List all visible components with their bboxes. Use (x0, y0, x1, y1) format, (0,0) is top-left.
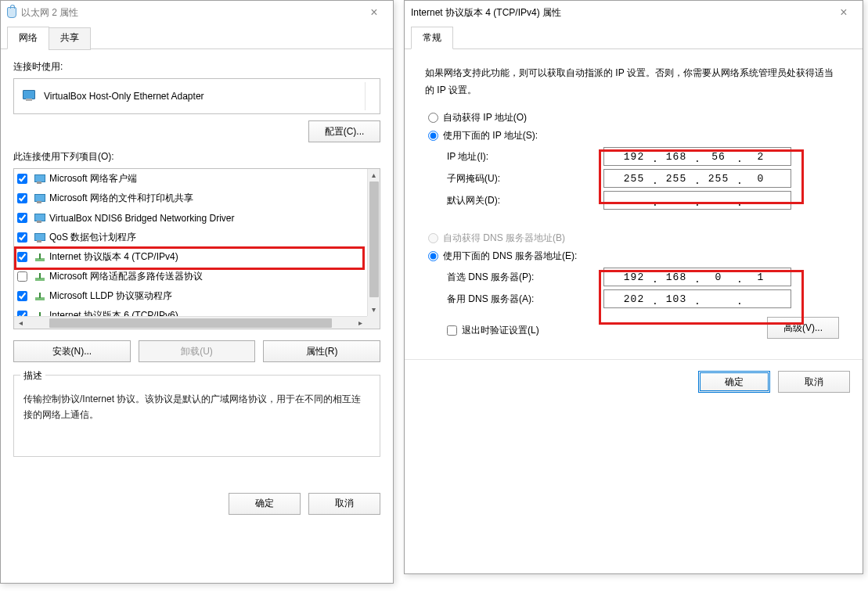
dns2-input[interactable]: 202.103.. (603, 289, 791, 308)
subnet-mask-row: 子网掩码(U): 255.255.255.0 (447, 169, 842, 188)
uninstall-button: 卸载(U) (139, 340, 256, 362)
scroll-thumb[interactable] (369, 181, 379, 297)
gateway-input[interactable]: ... (603, 191, 791, 210)
service-checkbox[interactable] (17, 213, 27, 223)
ip-octet[interactable]: 0 (743, 173, 779, 185)
ip-octet[interactable]: 255 (701, 173, 737, 185)
info-text: 如果网络支持此功能，则可以获取自动指派的 IP 设置。否则，你需要从网络系统管理… (425, 65, 842, 99)
services-listbox[interactable]: Microsoft 网络客户端Microsoft 网络的文件和打印机共享Virt… (13, 168, 380, 329)
service-checkbox[interactable] (17, 193, 27, 203)
tab-general[interactable]: 常规 (411, 27, 453, 49)
dialog-title: Internet 协议版本 4 (TCP/IPv4) 属性 (411, 6, 561, 20)
dns2-label: 备用 DNS 服务器(A): (447, 293, 603, 306)
tab-network[interactable]: 网络 (7, 27, 49, 49)
list-item[interactable]: QoS 数据包计划程序 (14, 228, 367, 247)
ip-octet[interactable]: 202 (616, 293, 652, 305)
advanced-button[interactable]: 高级(V)... (767, 317, 839, 339)
service-label: Microsoft 网络客户端 (49, 172, 137, 185)
tabstrip: 网络 共享 (1, 26, 393, 49)
titlebar: 以太网 2 属性 × (1, 1, 393, 24)
ip-octet[interactable]: 0 (701, 271, 737, 283)
radio-manual-ip[interactable]: 使用下面的 IP 地址(S): (428, 129, 842, 142)
ip-address-row: IP 地址(I): 192.168.56.2 (447, 147, 842, 166)
service-checkbox[interactable] (17, 291, 27, 301)
list-item[interactable]: Microsoft 网络的文件和打印机共享 (14, 189, 367, 208)
dns1-input[interactable]: 192.168.0.1 (603, 268, 791, 286)
scroll-down-icon[interactable]: ▾ (372, 304, 376, 316)
properties-button[interactable]: 属性(R) (263, 340, 380, 362)
ip-address-input[interactable]: 192.168.56.2 (603, 147, 791, 166)
hscroll-thumb[interactable] (49, 318, 332, 328)
service-label: Microsoft 网络适配器多路传送器协议 (49, 270, 203, 283)
gateway-label: 默认网关(D): (447, 194, 603, 207)
ok-button[interactable]: 确定 (229, 493, 301, 515)
ip-octet[interactable]: 103 (658, 293, 694, 305)
protocol-icon (34, 311, 46, 317)
titlebar: Internet 协议版本 4 (TCP/IPv4) 属性 × (405, 1, 863, 24)
client-icon (34, 193, 46, 204)
service-label: Internet 协议版本 6 (TCP/IPv6) (49, 309, 178, 316)
radio-auto-ip[interactable]: 自动获得 IP 地址(O) (428, 111, 842, 124)
list-item[interactable]: Internet 协议版本 6 (TCP/IPv6) (14, 306, 367, 316)
ip-octet[interactable]: 56 (701, 151, 737, 163)
close-icon[interactable]: × (828, 5, 859, 20)
scroll-right-icon[interactable]: ▸ (355, 318, 367, 327)
client-icon (34, 213, 46, 224)
cancel-button[interactable]: 取消 (308, 493, 380, 515)
description-group: 描述 传输控制协议/Internet 协议。该协议是默认的广域网络协议，用于在不… (13, 375, 380, 457)
ethernet-icon (7, 7, 16, 18)
ethernet-properties-dialog: 以太网 2 属性 × 网络 共享 连接时使用: VirtualBox Host-… (0, 0, 394, 584)
radio-auto-dns: 自动获得 DNS 服务器地址(B) (428, 232, 842, 245)
install-button[interactable]: 安装(N)... (13, 340, 131, 362)
ip-octet[interactable]: 1 (743, 271, 779, 283)
validate-checkbox[interactable] (447, 325, 457, 336)
radio-manual-dns[interactable]: 使用下面的 DNS 服务器地址(E): (428, 250, 842, 263)
ok-button[interactable]: 确定 (698, 371, 770, 393)
service-label: VirtualBox NDIS6 Bridged Networking Driv… (49, 213, 235, 224)
list-item[interactable]: Internet 协议版本 4 (TCP/IPv4) (14, 247, 367, 267)
validate-label: 退出时验证设置(L) (462, 324, 539, 337)
service-checkbox[interactable] (17, 174, 27, 184)
list-item[interactable]: VirtualBox NDIS6 Bridged Networking Driv… (14, 208, 367, 228)
adapter-display: VirtualBox Host-Only Ethernet Adapter (13, 78, 380, 114)
list-item[interactable]: Microsoft 网络适配器多路传送器协议 (14, 267, 367, 286)
client-icon (34, 232, 46, 243)
service-label: Microsoft 网络的文件和打印机共享 (49, 192, 193, 205)
tab-sharing[interactable]: 共享 (49, 27, 91, 50)
cancel-button[interactable]: 取消 (778, 371, 850, 393)
configure-button[interactable]: 配置(C)... (308, 120, 380, 142)
list-item[interactable]: Microsoft LLDP 协议驱动程序 (14, 286, 367, 306)
adapter-name: VirtualBox Host-Only Ethernet Adapter (44, 91, 204, 102)
dialog-title: 以太网 2 属性 (21, 6, 78, 20)
ip-octet[interactable]: 192 (616, 151, 652, 163)
scroll-up-icon[interactable]: ▴ (372, 169, 376, 181)
scroll-left-icon[interactable]: ◂ (14, 318, 27, 327)
items-label: 此连接使用下列项目(O): (13, 150, 380, 164)
list-item[interactable]: Microsoft 网络客户端 (14, 169, 367, 189)
service-checkbox[interactable] (17, 311, 27, 316)
protocol-icon (34, 252, 46, 263)
ip-octet[interactable]: 168 (658, 151, 694, 163)
service-checkbox[interactable] (17, 252, 27, 262)
client-icon (34, 174, 46, 185)
description-legend: 描述 (20, 369, 45, 383)
ip-octet[interactable]: 255 (658, 173, 694, 185)
protocol-icon (34, 271, 46, 282)
gateway-row: 默认网关(D): ... (447, 191, 842, 210)
ip-octet[interactable]: 192 (616, 271, 652, 283)
vertical-scrollbar[interactable]: ▴ ▾ (367, 169, 380, 316)
ip-octet[interactable]: 168 (658, 271, 694, 283)
tcpipv4-properties-dialog: Internet 协议版本 4 (TCP/IPv4) 属性 × 常规 如果网络支… (404, 0, 863, 574)
ip-octet[interactable]: 2 (743, 151, 779, 163)
service-checkbox[interactable] (17, 232, 27, 243)
dns1-row: 首选 DNS 服务器(P): 192.168.0.1 (447, 268, 842, 286)
network-adapter-icon (22, 90, 38, 102)
ip-octet[interactable]: 255 (616, 173, 652, 185)
subnet-mask-input[interactable]: 255.255.255.0 (603, 169, 791, 188)
service-label: Internet 协议版本 4 (TCP/IPv4) (49, 250, 178, 264)
close-icon[interactable]: × (358, 5, 390, 20)
service-checkbox[interactable] (17, 271, 27, 282)
protocol-icon (34, 291, 46, 302)
service-label: Microsoft LLDP 协议驱动程序 (49, 289, 172, 303)
horizontal-scrollbar[interactable]: ◂ ▸ (14, 316, 367, 329)
